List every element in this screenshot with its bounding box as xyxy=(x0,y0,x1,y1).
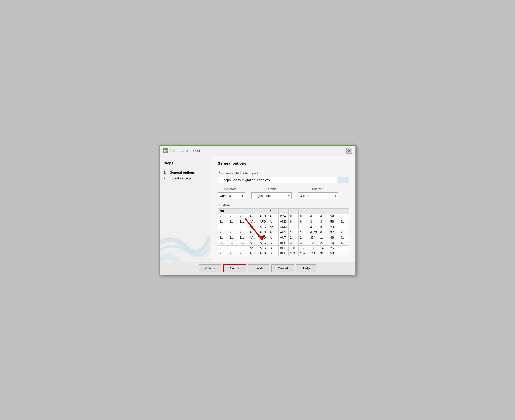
table-cell: 4 xyxy=(319,214,329,219)
table-cell: Af xyxy=(248,251,258,256)
table-cell: 98 xyxy=(319,251,329,256)
table-cell: 25... xyxy=(329,246,339,251)
charset-select[interactable]: UTF-8 UTF-16 ISO-8859-1 xyxy=(298,192,338,199)
table-header-cell: ... xyxy=(238,209,248,214)
table-header-cell: ... xyxy=(248,209,258,214)
table-cell: 2... xyxy=(218,230,228,235)
table-cell: BGD xyxy=(278,246,288,251)
table-cell: 2 xyxy=(228,251,238,256)
separator-wrapper: Comma Semicolon Tab Space xyxy=(218,192,245,199)
dialog-title: Import spreadsheet xyxy=(170,149,200,153)
preview-table: eid............t........................… xyxy=(218,208,349,256)
table-cell: A... xyxy=(268,230,278,235)
table-cell: 2... xyxy=(238,214,248,219)
table-cell: 4449 xyxy=(309,230,319,235)
background-graphic xyxy=(160,211,210,262)
back-button[interactable]: < Back xyxy=(199,264,221,272)
options-row: Separator: Comma Semicolon Tab Space As … xyxy=(218,187,349,199)
as-table-select[interactable]: Edges table Nodes table xyxy=(251,192,292,199)
table-cell: 2... xyxy=(238,230,248,235)
table-cell: 3... xyxy=(298,240,309,246)
step-1-number: 1. xyxy=(164,171,168,174)
table-cell: Af... xyxy=(248,224,258,230)
table-cell: BHR xyxy=(278,240,288,246)
table-header-cell: ... xyxy=(278,209,288,214)
file-label: Choose a CSV file to import: xyxy=(218,171,349,175)
file-path-input[interactable] xyxy=(218,177,336,183)
table-cell: 2... xyxy=(339,246,349,251)
separator-select[interactable]: Comma Semicolon Tab Space xyxy=(218,192,245,199)
table-cell: AFG xyxy=(258,214,268,219)
table-cell: 97... xyxy=(329,230,339,235)
close-button[interactable]: ✕ xyxy=(346,148,352,154)
table-cell: 3 xyxy=(319,219,329,224)
table-header-cell: ... xyxy=(329,209,339,214)
table-cell: 209 xyxy=(298,251,309,256)
browse-button[interactable]: ... xyxy=(338,177,349,183)
table-row: 2...2...2...Af...AFGAr...ARM774320...2..… xyxy=(218,224,349,230)
table-cell: 2... xyxy=(228,214,238,219)
table-cell: 6... xyxy=(319,230,329,235)
table-cell: 59... xyxy=(329,214,339,219)
table-cell: AUS xyxy=(278,230,288,235)
as-table-label: As table: xyxy=(251,187,292,191)
next-button[interactable]: Next > xyxy=(223,264,246,272)
table-cell: A... xyxy=(268,219,278,224)
table-cell: 1... xyxy=(319,235,329,240)
svg-rect-1 xyxy=(164,150,167,150)
cancel-button[interactable]: Cancel xyxy=(271,264,294,272)
preview-table-wrapper[interactable]: eid............t........................… xyxy=(218,208,349,256)
table-cell: 8 xyxy=(298,214,309,219)
table-cell: 2... xyxy=(238,219,248,224)
table-cell: A... xyxy=(268,235,278,240)
table-cell: 7 xyxy=(288,224,298,230)
table-cell: B... xyxy=(268,246,278,251)
dialog-body: Steps 1. General options 2. Import setti… xyxy=(160,156,355,262)
table-cell: 2... xyxy=(238,235,248,240)
table-cell: Af... xyxy=(248,230,258,235)
table-cell: AFG xyxy=(258,246,268,251)
table-cell: 158 xyxy=(288,246,298,251)
table-cell: 2... xyxy=(228,235,238,240)
table-cell: 158 xyxy=(298,246,309,251)
table-cell: Af... xyxy=(248,235,258,240)
table-cell: 56... xyxy=(329,219,339,224)
table-row: 2...2...2...Af...AFGA...AND663356...5... xyxy=(218,219,349,224)
table-cell: 2... xyxy=(228,224,238,230)
import-dialog: Import spreadsheet ✕ Steps 1. General op… xyxy=(159,145,356,275)
table-cell: 2... xyxy=(298,235,309,240)
table-cell: 1... xyxy=(298,230,309,235)
charset-group: Charset: UTF-8 UTF-16 ISO-8859-1 xyxy=(298,187,338,199)
table-cell: 13 xyxy=(309,246,319,251)
table-header-cell: ... xyxy=(228,209,238,214)
table-cell: 4 xyxy=(309,224,319,230)
table-cell: 3 xyxy=(319,224,329,230)
table-cell: 2... xyxy=(228,219,238,224)
charset-label: Charset: xyxy=(298,187,338,191)
step-2: 2. Import settings xyxy=(164,176,207,180)
step-1: 1. General options xyxy=(164,171,207,174)
table-cell: 7 xyxy=(298,224,309,230)
table-cell: 2 xyxy=(218,251,228,256)
help-button[interactable]: Help xyxy=(296,264,316,272)
table-cell: 2... xyxy=(218,246,228,251)
table-cell: 53 xyxy=(329,251,339,256)
separator-group: Separator: Comma Semicolon Tab Space xyxy=(218,187,245,199)
dialog-footer: < Back Next > Finish Cancel Help xyxy=(160,262,355,275)
table-cell: 3 xyxy=(309,219,319,224)
table-header-cell: t... xyxy=(268,209,278,214)
table-row: 2...2...2...Af...AFGB...BGD1581581314525… xyxy=(218,246,349,251)
table-cell: 2... xyxy=(288,235,298,240)
table-cell: 2... xyxy=(218,214,228,219)
as-table-wrapper: Edges table Nodes table xyxy=(251,192,292,199)
step-2-label: Import settings xyxy=(170,176,191,180)
steps-heading: Steps xyxy=(164,161,207,167)
table-cell: 5... xyxy=(339,214,349,219)
charset-wrapper: UTF-8 UTF-16 ISO-8859-1 xyxy=(298,192,338,199)
table-cell: 2... xyxy=(218,224,228,230)
table-header-cell: eid xyxy=(218,209,228,214)
table-cell: BEL xyxy=(278,251,288,256)
table-cell: 2... xyxy=(319,240,329,246)
finish-button[interactable]: Finish xyxy=(248,264,269,272)
table-cell: 2... xyxy=(218,240,228,246)
